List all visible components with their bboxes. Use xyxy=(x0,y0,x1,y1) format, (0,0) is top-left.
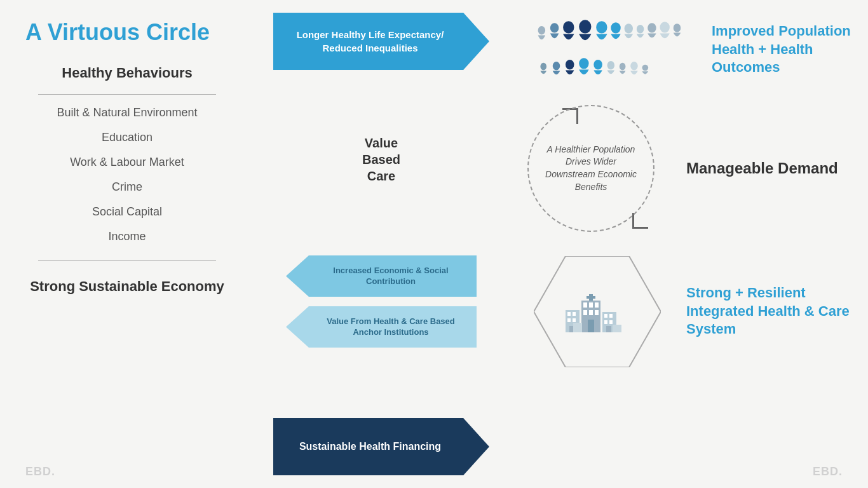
dashed-circle: A Healthier Population Drives Wider Down… xyxy=(527,105,654,232)
svg-rect-27 xyxy=(595,310,599,315)
list-item: Education xyxy=(25,131,229,144)
svg-point-13 xyxy=(566,60,574,69)
divider-bottom xyxy=(38,260,216,261)
top-section: Improved Population Health + Health Outc… xyxy=(527,16,855,92)
svg-point-5 xyxy=(611,22,620,33)
svg-point-4 xyxy=(596,21,607,33)
svg-point-11 xyxy=(540,63,546,71)
bracket-br xyxy=(632,213,648,229)
svg-rect-33 xyxy=(573,318,576,322)
arrow-left-1: Increased Economic & Social Contribution xyxy=(286,255,477,297)
value-based-care-label: Value Based Care xyxy=(349,135,413,184)
left-items-list: Built & Natural Environment Education Wo… xyxy=(25,106,229,255)
svg-point-16 xyxy=(607,61,615,70)
svg-rect-28 xyxy=(588,320,594,332)
svg-point-19 xyxy=(642,65,649,71)
svg-point-6 xyxy=(625,24,634,33)
arrow-bottom-label: Sustainable Health Financing xyxy=(299,440,441,454)
hexagon-svg xyxy=(534,256,661,367)
arrows-group: Increased Economic & Social Contribution… xyxy=(286,255,477,348)
middle-section: A Healthier Population Drives Wider Down… xyxy=(527,105,855,232)
svg-point-15 xyxy=(593,60,602,69)
section2-header: Strong Sustainable Economy xyxy=(25,278,229,295)
svg-point-2 xyxy=(563,21,574,33)
svg-point-1 xyxy=(550,23,559,32)
svg-point-14 xyxy=(579,58,588,69)
svg-point-0 xyxy=(538,26,546,35)
middle-panel: Longer Healthy Life Expectancy/ Reduced … xyxy=(248,0,515,488)
watermark-left: EBD. xyxy=(25,465,55,478)
svg-rect-25 xyxy=(583,310,587,315)
svg-point-12 xyxy=(553,62,560,71)
svg-rect-40 xyxy=(606,326,611,332)
bottom-section: Strong + Resilient Integrated Health & C… xyxy=(527,248,855,375)
svg-rect-30 xyxy=(567,312,571,316)
svg-rect-24 xyxy=(595,302,599,308)
list-item: Social Capital xyxy=(25,205,229,219)
left-panel: A Virtuous Circle Healthy Behaviours Bui… xyxy=(0,0,248,488)
svg-point-9 xyxy=(660,22,669,32)
list-item: Built & Natural Environment xyxy=(25,106,229,119)
svg-rect-44 xyxy=(587,296,595,299)
arrow-bottom: Sustainable Health Financing xyxy=(273,418,489,475)
svg-rect-26 xyxy=(589,310,593,315)
svg-rect-42 xyxy=(613,325,621,332)
demand-text: Manageable Demand xyxy=(686,158,838,178)
svg-point-17 xyxy=(620,63,626,71)
top-heading: Improved Population Health + Health Outc… xyxy=(712,22,855,77)
page-title: A Virtuous Circle xyxy=(25,19,229,46)
resilient-text: Strong + Resilient Integrated Health & C… xyxy=(686,284,855,339)
arrow-top-label: Longer Healthy Life Expectancy/ Reduced … xyxy=(286,28,454,55)
svg-rect-39 xyxy=(609,320,613,324)
svg-rect-31 xyxy=(573,312,576,316)
arrow-top: Longer Healthy Life Expectancy/ Reduced … xyxy=(273,13,489,70)
svg-point-3 xyxy=(579,20,591,33)
arrow-left-1-label: Increased Economic & Social Contribution xyxy=(318,266,464,287)
svg-rect-38 xyxy=(604,320,607,324)
list-item: Income xyxy=(25,230,229,243)
watermark-right: EBD. xyxy=(813,465,843,478)
dashed-circle-container: A Healthier Population Drives Wider Down… xyxy=(527,105,667,232)
svg-rect-41 xyxy=(573,323,582,332)
population-svg xyxy=(531,19,702,102)
svg-rect-32 xyxy=(567,318,571,322)
svg-point-18 xyxy=(630,62,638,71)
section1-header: Healthy Behaviours xyxy=(25,65,229,81)
hexagon-container xyxy=(527,248,667,375)
svg-point-8 xyxy=(648,23,656,32)
arrow-left-2: Value From Health & Care Based Anchor In… xyxy=(286,306,477,348)
svg-rect-36 xyxy=(604,314,607,318)
right-panel: Improved Population Health + Health Outc… xyxy=(515,0,868,488)
svg-point-10 xyxy=(674,24,681,32)
list-item: Crime xyxy=(25,180,229,194)
population-text: Improved Population Health + Health Outc… xyxy=(712,16,855,77)
arrow-left-2-label: Value From Health & Care Based Anchor In… xyxy=(318,316,464,338)
main-container: A Virtuous Circle Healthy Behaviours Bui… xyxy=(0,0,868,488)
divider-top xyxy=(38,94,216,95)
svg-point-7 xyxy=(637,25,644,34)
svg-rect-37 xyxy=(609,314,613,318)
svg-rect-22 xyxy=(583,302,587,308)
people-icons xyxy=(527,16,705,92)
list-item: Work & Labour Market xyxy=(25,156,229,169)
circle-text: A Healthier Population Drives Wider Down… xyxy=(529,131,653,206)
svg-rect-23 xyxy=(589,302,593,308)
